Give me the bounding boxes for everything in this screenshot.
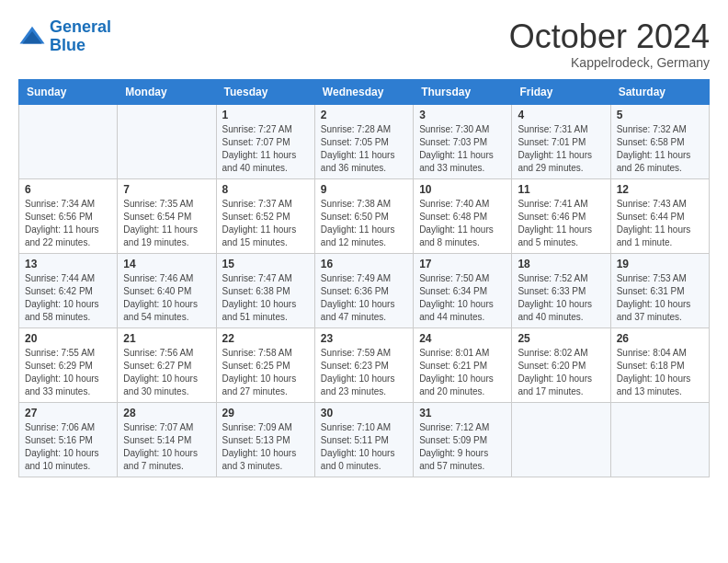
calendar-cell: 16Sunrise: 7:49 AM Sunset: 6:36 PM Dayli… xyxy=(314,253,413,327)
day-info: Sunrise: 7:58 AM Sunset: 6:25 PM Dayligh… xyxy=(222,347,309,398)
calendar-cell: 18Sunrise: 7:52 AM Sunset: 6:33 PM Dayli… xyxy=(512,253,610,327)
calendar-cell: 22Sunrise: 7:58 AM Sunset: 6:25 PM Dayli… xyxy=(216,327,314,402)
calendar-cell: 1Sunrise: 7:27 AM Sunset: 7:07 PM Daylig… xyxy=(216,104,314,178)
calendar-week-row: 20Sunrise: 7:55 AM Sunset: 6:29 PM Dayli… xyxy=(19,327,710,402)
day-info: Sunrise: 7:53 AM Sunset: 6:31 PM Dayligh… xyxy=(617,272,703,324)
calendar-cell: 31Sunrise: 7:12 AM Sunset: 5:09 PM Dayli… xyxy=(414,402,512,477)
day-number: 18 xyxy=(518,258,604,270)
day-number: 17 xyxy=(419,258,506,270)
day-number: 27 xyxy=(25,407,111,419)
calendar-cell: 23Sunrise: 7:59 AM Sunset: 6:23 PM Dayli… xyxy=(314,327,413,402)
calendar-cell: 20Sunrise: 7:55 AM Sunset: 6:29 PM Dayli… xyxy=(19,327,118,402)
calendar-cell: 5Sunrise: 7:32 AM Sunset: 6:58 PM Daylig… xyxy=(610,104,709,178)
calendar-cell: 4Sunrise: 7:31 AM Sunset: 7:01 PM Daylig… xyxy=(512,104,610,178)
day-info: Sunrise: 7:44 AM Sunset: 6:42 PM Dayligh… xyxy=(25,272,111,324)
day-info: Sunrise: 7:47 AM Sunset: 6:38 PM Dayligh… xyxy=(222,272,309,324)
day-info: Sunrise: 7:41 AM Sunset: 6:46 PM Dayligh… xyxy=(518,198,604,249)
calendar-cell: 26Sunrise: 8:04 AM Sunset: 6:18 PM Dayli… xyxy=(610,327,709,402)
weekday-header-row: SundayMondayTuesdayWednesdayThursdayFrid… xyxy=(19,79,710,104)
day-info: Sunrise: 7:27 AM Sunset: 7:07 PM Dayligh… xyxy=(222,123,309,175)
calendar-cell: 15Sunrise: 7:47 AM Sunset: 6:38 PM Dayli… xyxy=(216,253,314,327)
day-info: Sunrise: 7:55 AM Sunset: 6:29 PM Dayligh… xyxy=(25,347,111,398)
day-number: 30 xyxy=(321,407,407,419)
day-info: Sunrise: 7:59 AM Sunset: 6:23 PM Dayligh… xyxy=(321,347,407,398)
calendar-cell: 8Sunrise: 7:37 AM Sunset: 6:52 PM Daylig… xyxy=(216,178,314,253)
day-number: 14 xyxy=(123,258,210,270)
month-title: October 2024 xyxy=(509,18,710,55)
day-number: 2 xyxy=(321,109,407,121)
day-number: 31 xyxy=(419,407,506,419)
day-number: 23 xyxy=(321,332,407,345)
day-number: 11 xyxy=(518,183,604,196)
day-info: Sunrise: 7:49 AM Sunset: 6:36 PM Dayligh… xyxy=(321,272,407,324)
day-info: Sunrise: 7:34 AM Sunset: 6:56 PM Dayligh… xyxy=(25,198,111,249)
weekday-header: Monday xyxy=(118,79,216,104)
weekday-header: Friday xyxy=(512,79,610,104)
day-number: 9 xyxy=(321,183,407,196)
day-number: 10 xyxy=(419,183,506,196)
calendar-cell: 25Sunrise: 8:02 AM Sunset: 6:20 PM Dayli… xyxy=(512,327,610,402)
title-block: October 2024 Kappelrodeck, Germany xyxy=(509,18,710,70)
logo-icon xyxy=(18,23,46,51)
calendar-cell: 17Sunrise: 7:50 AM Sunset: 6:34 PM Dayli… xyxy=(414,253,512,327)
day-info: Sunrise: 7:50 AM Sunset: 6:34 PM Dayligh… xyxy=(419,272,506,324)
day-info: Sunrise: 7:40 AM Sunset: 6:48 PM Dayligh… xyxy=(419,198,506,249)
calendar-cell: 10Sunrise: 7:40 AM Sunset: 6:48 PM Dayli… xyxy=(414,178,512,253)
calendar-cell: 3Sunrise: 7:30 AM Sunset: 7:03 PM Daylig… xyxy=(414,104,512,178)
day-number: 26 xyxy=(617,332,703,345)
calendar-cell: 27Sunrise: 7:06 AM Sunset: 5:16 PM Dayli… xyxy=(19,402,118,477)
calendar-cell: 24Sunrise: 8:01 AM Sunset: 6:21 PM Dayli… xyxy=(414,327,512,402)
calendar-cell: 14Sunrise: 7:46 AM Sunset: 6:40 PM Dayli… xyxy=(118,253,216,327)
calendar-cell: 7Sunrise: 7:35 AM Sunset: 6:54 PM Daylig… xyxy=(118,178,216,253)
day-info: Sunrise: 7:38 AM Sunset: 6:50 PM Dayligh… xyxy=(321,198,407,249)
logo-text: General Blue xyxy=(50,18,111,55)
calendar-cell: 19Sunrise: 7:53 AM Sunset: 6:31 PM Dayli… xyxy=(610,253,709,327)
calendar-week-row: 27Sunrise: 7:06 AM Sunset: 5:16 PM Dayli… xyxy=(19,402,710,477)
day-number: 5 xyxy=(617,109,703,121)
weekday-header: Thursday xyxy=(414,79,512,104)
weekday-header: Tuesday xyxy=(216,79,314,104)
day-number: 29 xyxy=(222,407,309,419)
day-info: Sunrise: 7:43 AM Sunset: 6:44 PM Dayligh… xyxy=(617,198,703,249)
page-header: General Blue October 2024 Kappelrodeck, … xyxy=(18,18,710,70)
day-number: 8 xyxy=(222,183,309,196)
day-info: Sunrise: 8:01 AM Sunset: 6:21 PM Dayligh… xyxy=(419,347,506,398)
day-info: Sunrise: 7:56 AM Sunset: 6:27 PM Dayligh… xyxy=(123,347,210,398)
calendar-cell: 12Sunrise: 7:43 AM Sunset: 6:44 PM Dayli… xyxy=(610,178,709,253)
day-info: Sunrise: 7:37 AM Sunset: 6:52 PM Dayligh… xyxy=(222,198,309,249)
calendar-cell: 28Sunrise: 7:07 AM Sunset: 5:14 PM Dayli… xyxy=(118,402,216,477)
calendar-cell: 11Sunrise: 7:41 AM Sunset: 6:46 PM Dayli… xyxy=(512,178,610,253)
day-number: 3 xyxy=(419,109,506,121)
day-info: Sunrise: 7:52 AM Sunset: 6:33 PM Dayligh… xyxy=(518,272,604,324)
calendar-cell: 6Sunrise: 7:34 AM Sunset: 6:56 PM Daylig… xyxy=(19,178,118,253)
day-number: 24 xyxy=(419,332,506,345)
calendar-week-row: 6Sunrise: 7:34 AM Sunset: 6:56 PM Daylig… xyxy=(19,178,710,253)
calendar-cell: 29Sunrise: 7:09 AM Sunset: 5:13 PM Dayli… xyxy=(216,402,314,477)
day-info: Sunrise: 7:06 AM Sunset: 5:16 PM Dayligh… xyxy=(25,421,111,473)
day-number: 16 xyxy=(321,258,407,270)
day-info: Sunrise: 7:28 AM Sunset: 7:05 PM Dayligh… xyxy=(321,123,407,175)
day-info: Sunrise: 7:46 AM Sunset: 6:40 PM Dayligh… xyxy=(123,272,210,324)
calendar-cell: 2Sunrise: 7:28 AM Sunset: 7:05 PM Daylig… xyxy=(314,104,413,178)
day-number: 28 xyxy=(123,407,210,419)
day-number: 13 xyxy=(25,258,111,270)
day-number: 21 xyxy=(123,332,210,345)
calendar-cell xyxy=(512,402,610,477)
calendar-cell: 21Sunrise: 7:56 AM Sunset: 6:27 PM Dayli… xyxy=(118,327,216,402)
day-number: 12 xyxy=(617,183,703,196)
day-number: 20 xyxy=(25,332,111,345)
day-info: Sunrise: 7:12 AM Sunset: 5:09 PM Dayligh… xyxy=(419,421,506,473)
day-number: 19 xyxy=(617,258,703,270)
weekday-header: Saturday xyxy=(610,79,709,104)
day-number: 6 xyxy=(25,183,111,196)
weekday-header: Sunday xyxy=(19,79,118,104)
day-info: Sunrise: 8:02 AM Sunset: 6:20 PM Dayligh… xyxy=(518,347,604,398)
day-info: Sunrise: 8:04 AM Sunset: 6:18 PM Dayligh… xyxy=(617,347,703,398)
day-info: Sunrise: 7:07 AM Sunset: 5:14 PM Dayligh… xyxy=(123,421,210,473)
day-number: 25 xyxy=(518,332,604,345)
weekday-header: Wednesday xyxy=(314,79,413,104)
calendar-week-row: 1Sunrise: 7:27 AM Sunset: 7:07 PM Daylig… xyxy=(19,104,710,178)
day-info: Sunrise: 7:35 AM Sunset: 6:54 PM Dayligh… xyxy=(123,198,210,249)
day-info: Sunrise: 7:31 AM Sunset: 7:01 PM Dayligh… xyxy=(518,123,604,175)
day-info: Sunrise: 7:32 AM Sunset: 6:58 PM Dayligh… xyxy=(617,123,703,175)
